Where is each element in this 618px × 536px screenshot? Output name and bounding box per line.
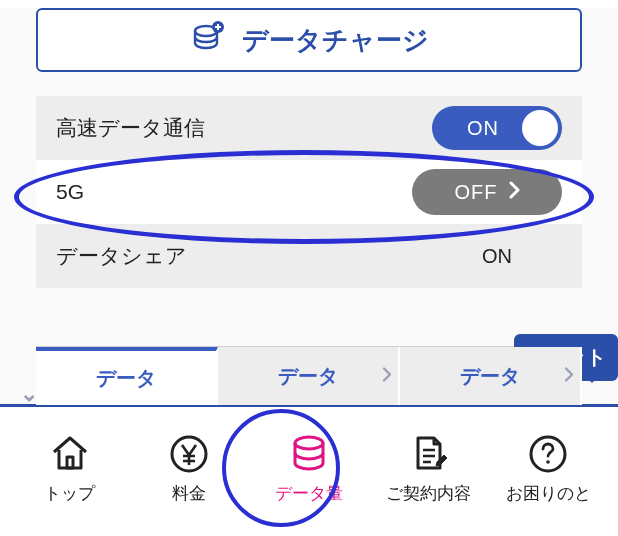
database-icon [287,432,331,476]
nav-label: ご契約内容 [386,482,471,505]
document-pen-icon [407,432,451,476]
five-g-off-pill[interactable]: OFF [412,169,562,215]
chevron-right-icon [508,181,520,204]
nav-label: トップ [44,482,95,505]
datashare-state: ON [482,245,562,268]
nav-label: お困りのと [506,482,591,505]
highspeed-toggle-state: ON [467,117,499,140]
yen-circle-icon [167,432,211,476]
chevron-right-icon [564,365,574,388]
svg-point-4 [295,437,323,449]
setting-row-5g[interactable]: 5G OFF [36,160,582,224]
setting-row-highspeed: 高速データ通信 ON [36,96,582,160]
datashare-label: データシェア [56,242,187,270]
data-charge-label: データチャージ [242,23,429,58]
toggle-knob-icon [522,110,558,146]
svg-point-6 [546,460,550,464]
nav-label: 料金 [172,482,206,505]
tab-label: データ [278,363,338,390]
nav-label: データ量 [275,482,343,505]
question-circle-icon [526,432,570,476]
tab-data-2[interactable]: データ [400,347,582,405]
nav-top[interactable]: トップ [10,432,130,505]
tab-label: データ [96,365,156,392]
coin-stack-plus-icon [190,19,226,62]
chevron-down-icon: ⌄ [20,381,38,407]
five-g-label: 5G [56,180,84,204]
tabs-wrap: チャット ⌄ データ データ データ [36,346,582,404]
nav-fee[interactable]: 料金 [130,432,250,505]
nav-contract[interactable]: ご契約内容 [369,432,489,505]
tab-data-0[interactable]: ⌄ データ [36,347,218,405]
settings-content: データチャージ 高速データ通信 ON 5G OFF データシェア ON チャット… [0,8,618,404]
chevron-right-icon [382,365,392,388]
tab-data-1[interactable]: データ [218,347,400,405]
nav-help[interactable]: お困りのと [488,432,608,505]
svg-rect-2 [67,457,73,468]
highspeed-label: 高速データ通信 [56,114,205,142]
home-icon [48,432,92,476]
setting-row-datashare: データシェア ON [36,224,582,288]
tab-label: データ [460,363,520,390]
data-charge-button[interactable]: データチャージ [36,8,582,72]
bottom-nav: トップ 料金 データ量 ご契 [0,407,618,529]
nav-data[interactable]: データ量 [249,432,369,505]
five-g-state: OFF [455,181,498,204]
highspeed-toggle[interactable]: ON [432,106,562,150]
